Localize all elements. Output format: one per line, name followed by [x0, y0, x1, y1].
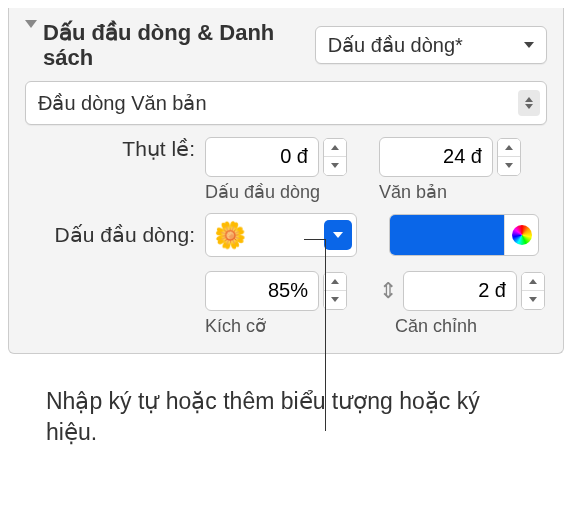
up-down-icon: [518, 90, 540, 116]
stepper-up[interactable]: [324, 139, 346, 157]
bullet-type-value: Đầu dòng Văn bản: [38, 91, 207, 115]
size-stepper[interactable]: [323, 272, 347, 310]
bullet-type-row: Đầu dòng Văn bản: [25, 81, 547, 125]
text-indent-field: [379, 137, 521, 177]
chevron-down-icon: [324, 220, 352, 250]
bullet-indent-sublabel: Dấu đầu dòng: [205, 181, 320, 203]
align-input[interactable]: [403, 271, 517, 311]
chevron-down-icon[interactable]: [25, 20, 37, 28]
stepper-down[interactable]: [324, 157, 346, 175]
text-indent-input[interactable]: [379, 137, 493, 177]
flower-icon: 🌼: [214, 222, 246, 248]
list-style-value: Dấu đầu dòng*: [328, 33, 463, 57]
section-title: Dấu đầu dòng & Danh sách: [43, 20, 305, 71]
bullet-character-row: Dấu đầu dòng: 🌼: [25, 213, 547, 257]
color-swatch: [390, 215, 504, 255]
bullets-lists-panel: Dấu đầu dòng & Danh sách Dấu đầu dòng* Đ…: [8, 8, 564, 354]
align-vertical-icon: ⇕: [379, 278, 397, 304]
size-sublabel: Kích cỡ: [205, 315, 266, 337]
bullet-indent-input[interactable]: [205, 137, 319, 177]
stepper-down[interactable]: [324, 291, 346, 309]
bullet-indent-field: [205, 137, 347, 177]
size-input[interactable]: [205, 271, 319, 311]
stepper-up[interactable]: [522, 273, 544, 291]
chevron-down-icon: [518, 32, 540, 58]
indent-row: Thụt lề: Dấu đầu dòng Văn bản: [25, 137, 547, 203]
callout-line: [325, 239, 326, 431]
text-indent-sublabel: Văn bản: [379, 181, 447, 203]
bullet-character-popup[interactable]: 🌼: [205, 213, 357, 257]
align-stepper[interactable]: [521, 272, 545, 310]
header-row: Dấu đầu dòng & Danh sách Dấu đầu dòng*: [25, 20, 547, 71]
align-sublabel: Căn chỉnh: [395, 315, 477, 337]
list-style-popup[interactable]: Dấu đầu dòng*: [315, 26, 547, 64]
stepper-up[interactable]: [498, 139, 520, 157]
text-indent-stepper[interactable]: [497, 138, 521, 176]
stepper-down[interactable]: [498, 157, 520, 175]
size-align-row: Kích cỡ ⇕ Căn chỉnh: [25, 271, 547, 337]
callout-caption: Nhập ký tự hoặc thêm biểu tượng hoặc ký …: [46, 386, 486, 448]
bullet-indent-stepper[interactable]: [323, 138, 347, 176]
stepper-down[interactable]: [522, 291, 544, 309]
color-picker-button[interactable]: [504, 215, 538, 255]
indent-label: Thụt lề:: [25, 137, 195, 161]
align-field: ⇕: [379, 271, 545, 311]
bullet-char-label: Dấu đầu dòng:: [25, 223, 195, 247]
stepper-up[interactable]: [324, 273, 346, 291]
bullet-type-popup[interactable]: Đầu dòng Văn bản: [25, 81, 547, 125]
bullet-color-well[interactable]: [389, 214, 539, 256]
color-wheel-icon: [512, 225, 532, 245]
